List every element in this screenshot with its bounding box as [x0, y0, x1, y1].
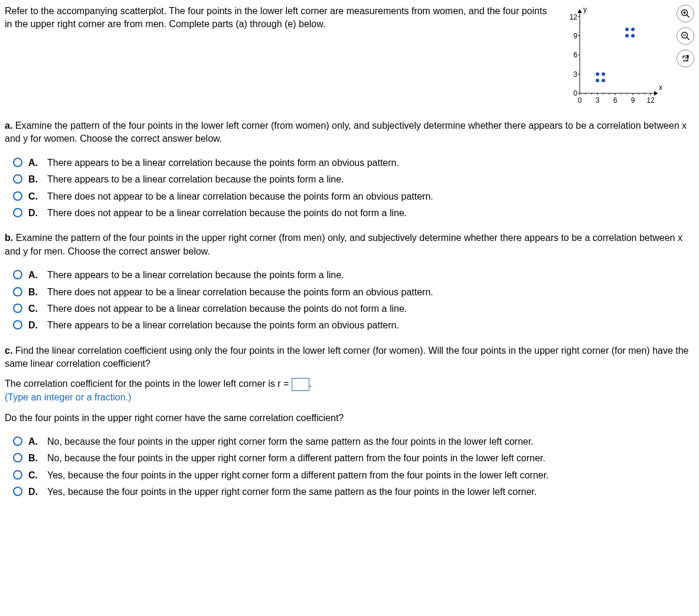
radio-b-C[interactable] [13, 304, 22, 313]
option-a-A[interactable]: A. There appears to be a linear correlat… [13, 157, 694, 170]
fill-post: . [309, 379, 312, 389]
opt-letter: C. [28, 302, 39, 315]
radio-c-D[interactable] [13, 487, 22, 496]
opt-letter: B. [28, 452, 39, 465]
option-c-B[interactable]: B. No, because the four points in the up… [13, 452, 694, 465]
opt-letter: A. [28, 269, 39, 282]
opt-letter: C. [28, 190, 39, 203]
part-c-label: c. [5, 346, 12, 356]
zoom-in-icon[interactable] [677, 5, 694, 22]
opt-text: No, because the four points in the upper… [47, 435, 534, 448]
opt-letter: B. [28, 173, 39, 186]
svg-point-36 [625, 34, 629, 38]
scatterplot: y x 0 3 6 9 12 0 3 6 9 [563, 5, 669, 105]
svg-text:0: 0 [573, 89, 577, 97]
svg-text:6: 6 [613, 96, 618, 105]
radio-a-B[interactable] [13, 174, 22, 184]
option-b-A[interactable]: A. There appears to be a linear correlat… [13, 269, 694, 282]
svg-text:3: 3 [573, 70, 577, 79]
opt-letter: D. [28, 485, 39, 498]
opt-text: There does not appear to be a linear cor… [47, 190, 433, 203]
svg-text:9: 9 [631, 96, 635, 105]
option-c-C[interactable]: C. Yes, because the four points in the u… [13, 469, 694, 482]
part-a-label: a. [5, 120, 12, 131]
opt-letter: D. [28, 319, 39, 332]
fill-pre: The correlation coefficient for the poin… [5, 379, 292, 389]
opt-letter: C. [28, 469, 39, 482]
radio-a-C[interactable] [13, 191, 22, 201]
option-a-C[interactable]: C. There does not appear to be a linear … [13, 190, 694, 203]
opt-text: No, because the four points in the upper… [47, 452, 546, 465]
opt-text: Yes, because the four points in the uppe… [47, 485, 537, 498]
opt-text: There does not appear to be a linear cor… [47, 207, 407, 220]
option-c-D[interactable]: D. Yes, because the four points in the u… [13, 485, 694, 498]
svg-point-32 [596, 79, 599, 82]
question-a: a. Examine the pattern of the four point… [5, 119, 694, 220]
radio-c-A[interactable] [13, 436, 22, 446]
radio-b-A[interactable] [13, 270, 22, 279]
r-input[interactable] [292, 378, 309, 391]
fill-line: The correlation coefficient for the poin… [5, 377, 694, 391]
svg-text:12: 12 [646, 96, 655, 105]
opt-text: There appears to be a linear correlation… [47, 173, 344, 186]
svg-text:3: 3 [596, 96, 600, 105]
x-axis-label: x [659, 83, 662, 92]
svg-marker-3 [577, 9, 582, 13]
svg-marker-1 [654, 91, 658, 96]
option-b-D[interactable]: D. There appears to be a linear correlat… [13, 319, 694, 332]
part-a-text: Examine the pattern of the four points i… [5, 120, 687, 144]
intro-text: Refer to the accompanying scatterplot. T… [5, 5, 556, 31]
part-b-label: b. [5, 233, 13, 243]
opt-text: Yes, because the four points in the uppe… [47, 469, 548, 482]
opt-letter: D. [28, 207, 39, 220]
opt-text: There appears to be a linear correlation… [47, 157, 399, 170]
opt-text: There appears to be a linear correlation… [47, 319, 399, 332]
popout-icon[interactable] [677, 50, 694, 67]
scatter-points [596, 28, 635, 83]
question-c: c. Find the linear correlation coefficie… [5, 344, 694, 499]
input-hint: (Type an integer or a fraction.) [5, 391, 694, 404]
svg-text:0: 0 [578, 96, 582, 105]
svg-line-45 [687, 37, 689, 40]
sub-question: Do the four points in the upper right co… [5, 412, 694, 425]
svg-point-33 [602, 79, 605, 82]
opt-letter: B. [28, 286, 39, 299]
svg-point-34 [596, 73, 599, 76]
svg-text:12: 12 [570, 13, 578, 21]
y-axis-label: y [583, 5, 587, 14]
svg-text:6: 6 [573, 51, 577, 59]
svg-text:9: 9 [573, 32, 577, 40]
radio-a-D[interactable] [13, 208, 22, 217]
question-b: b. Examine the pattern of the four point… [5, 232, 694, 332]
opt-text: There does not appear to be a linear cor… [47, 302, 407, 315]
svg-point-39 [631, 28, 635, 31]
svg-point-38 [625, 28, 629, 31]
zoom-out-icon[interactable] [677, 27, 694, 45]
option-a-D[interactable]: D. There does not appear to be a linear … [13, 207, 694, 220]
option-b-C[interactable]: C. There does not appear to be a linear … [13, 302, 694, 315]
svg-point-35 [602, 73, 605, 76]
opt-letter: A. [28, 157, 39, 170]
svg-point-37 [631, 34, 635, 38]
opt-letter: A. [28, 435, 39, 448]
part-b-text: Examine the pattern of the four points i… [5, 233, 682, 256]
radio-c-C[interactable] [13, 470, 22, 480]
option-b-B[interactable]: B. There does not appear to be a linear … [13, 286, 694, 299]
radio-b-B[interactable] [13, 287, 22, 296]
radio-a-A[interactable] [13, 158, 22, 167]
opt-text: There does not appear to be a linear cor… [47, 286, 433, 299]
opt-text: There appears to be a linear correlation… [47, 269, 344, 282]
radio-b-D[interactable] [13, 320, 22, 330]
radio-c-B[interactable] [13, 453, 22, 462]
option-a-B[interactable]: B. There appears to be a linear correlat… [13, 173, 694, 186]
svg-line-41 [687, 15, 689, 17]
option-c-A[interactable]: A. No, because the four points in the up… [13, 435, 694, 448]
part-c-text: Find the linear correlation coefficient … [5, 346, 689, 369]
